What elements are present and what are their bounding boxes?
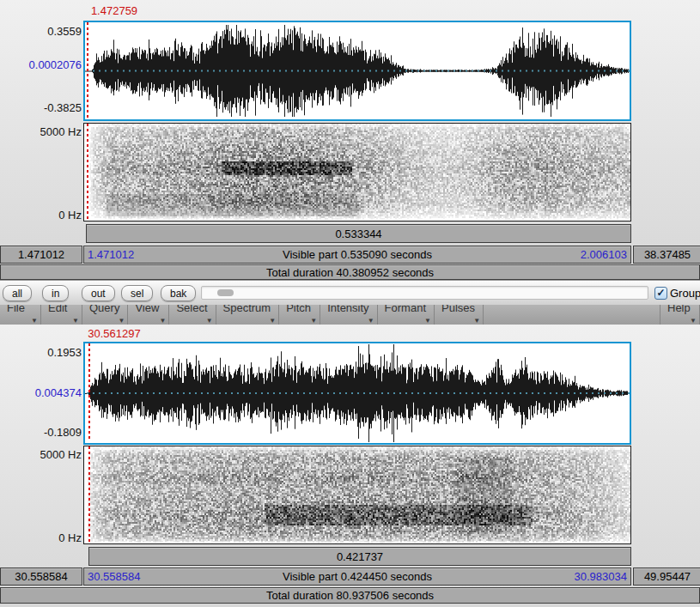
menu-label: File [7,305,33,314]
zoom-button-bak[interactable]: bak [161,285,196,301]
chevron-down-icon: ▼ [424,317,431,325]
waveform-panel[interactable] [83,342,631,445]
total-duration-bar[interactable]: Total duration 80.937506 seconds [0,587,700,604]
chevron-down-icon: ▼ [206,317,213,325]
menu-label: Help [667,305,691,314]
menu-spectrum[interactable]: Spectrum▼ [216,305,280,325]
menu-label: Edit [48,305,74,314]
chevron-down-icon: ▼ [368,317,374,325]
waveform-panel[interactable] [83,21,631,121]
menubar-spacer [484,305,660,325]
chevron-down-icon: ▼ [118,317,125,325]
wave-min-label: -0.1809 [0,426,82,439]
cursor-line-spec [87,124,88,220]
editor-window-1: 1.472759 0.3559 0.0002076 -0.3825 5000 H… [0,0,700,280]
chevron-down-icon: ▼ [473,317,480,325]
freq-max-label: 5000 Hz [0,125,82,138]
selection-duration-value: 0.533344 [335,228,381,240]
menu-bar: File▼Edit▼Query▼View▼Select▼Spectrum▼Pit… [0,305,700,325]
waveform-canvas[interactable] [85,343,630,443]
menu-label: Pulses [441,305,475,314]
wave-cursor-value: 0.004374 [0,386,82,399]
cursor-time-label: 1.472759 [28,4,200,17]
cursor-line-wave [88,343,90,441]
editor-window-2: File▼Edit▼Query▼View▼Select▼Spectrum▼Pit… [0,305,700,607]
freq-min-label: 0 Hz [0,531,82,544]
view-start-value: 30.558584 [88,570,140,583]
menu-edit[interactable]: Edit▼ [41,305,82,325]
menu-file[interactable]: File▼ [0,305,41,325]
zoom-button-all[interactable]: all [3,285,32,301]
cursor-time-label: 30.561297 [28,327,200,340]
total-duration-bar[interactable]: Total duration 40.380952 seconds [0,264,700,280]
chevron-down-icon: ▼ [159,317,166,325]
time-before-cell[interactable]: 1.471012 [0,246,82,264]
wave-max-label: 0.3559 [0,25,82,38]
view-end-value: 30.983034 [575,570,627,583]
menu-pitch[interactable]: Pitch▼ [279,305,320,325]
chevron-down-icon: ▼ [690,317,697,325]
freq-min-label: 0 Hz [0,209,82,222]
menu-view[interactable]: View▼ [128,305,169,325]
menu-query[interactable]: Query▼ [82,305,128,325]
freq-max-label: 5000 Hz [0,448,82,461]
menu-intensity[interactable]: Intensity▼ [320,305,377,325]
wave-max-label: 0.1953 [0,346,82,359]
view-end-value: 2.006103 [581,248,627,261]
total-duration-value: Total duration 40.380952 seconds [266,266,434,279]
time-after-cell[interactable]: 49.95447 [633,568,700,586]
time-before-value: 30.558584 [15,570,67,583]
selection-duration-bar[interactable]: 0.421737 [88,547,631,566]
total-duration-value: Total duration 80.937506 seconds [266,589,434,602]
menu-help[interactable]: Help▼ [660,305,700,325]
visible-part-label: Visible part 0.535090 seconds [283,248,432,261]
cursor-line-wave [87,22,88,118]
editor-body: 30.561297 0.1953 0.004374 -0.1809 5000 H… [0,325,700,607]
zoom-toolbar: allinoutselbak ✓ Group [0,280,700,307]
wave-cursor-value: 0.0002076 [0,58,82,71]
horizontal-scrollbar[interactable] [201,286,648,300]
menu-label: View [135,305,161,314]
menu-pulses[interactable]: Pulses▼ [435,305,484,325]
time-before-cell[interactable]: 30.558584 [0,568,82,586]
time-before-value: 1.471012 [18,248,64,261]
chevron-down-icon: ▼ [72,317,79,325]
menu-formant[interactable]: Formant▼ [378,305,435,325]
chevron-down-icon: ▼ [269,317,276,325]
spectrogram-panel[interactable] [83,123,631,222]
waveform-canvas[interactable] [85,22,630,119]
visible-part-label: Visible part 0.424450 seconds [283,570,432,583]
spectrogram-canvas[interactable] [84,124,630,221]
visible-part-bar[interactable]: 1.471012 Visible part 0.535090 seconds 2… [83,246,631,264]
time-after-value: 49.95447 [644,570,691,583]
selection-duration-value: 0.421737 [337,550,383,563]
chevron-down-icon: ▼ [310,317,317,325]
menu-label: Select [176,305,207,314]
menu-select[interactable]: Select▼ [169,305,216,325]
menu-label: Pitch [286,305,312,314]
chevron-down-icon: ▼ [31,317,38,325]
time-after-value: 38.37485 [644,248,691,261]
menu-label: Intensity [327,305,368,314]
zoom-button-in[interactable]: in [42,285,69,301]
view-start-value: 1.471012 [88,248,134,261]
spectrogram-canvas[interactable] [84,446,630,543]
menu-label: Formant [385,305,426,314]
zoom-button-out[interactable]: out [82,285,115,301]
spectrogram-panel[interactable] [83,446,631,544]
visible-part-bar[interactable]: 30.558584 Visible part 0.424450 seconds … [83,568,631,586]
wave-min-label: -0.3825 [0,101,82,114]
group-checkbox-label: Group [670,287,700,300]
scrollbar-thumb[interactable] [217,289,234,296]
menu-label: Query [89,305,119,314]
praat-screen: 1.472759 0.3559 0.0002076 -0.3825 5000 H… [0,0,700,607]
time-after-cell[interactable]: 38.37485 [633,246,700,264]
menu-label: Spectrum [223,305,271,314]
cursor-line-spec [88,446,90,543]
checkmark-icon: ✓ [656,287,665,299]
group-checkbox[interactable]: ✓ [654,287,667,300]
zoom-button-sel[interactable]: sel [121,285,153,301]
selection-duration-bar[interactable]: 0.533344 [86,224,631,243]
